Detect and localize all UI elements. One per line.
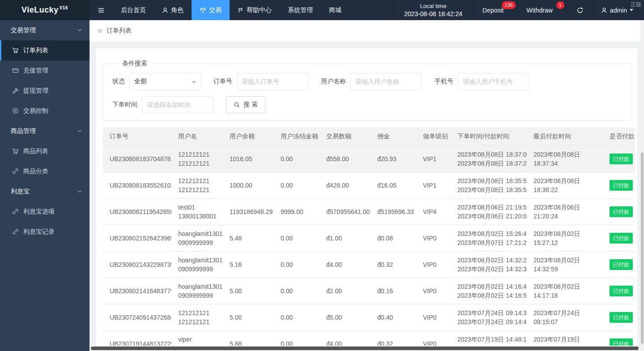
sidebar-item-withdraw-mgmt[interactable]: 提现管理: [0, 81, 90, 101]
group-label: 利息宝: [11, 188, 30, 196]
paid-badge[interactable]: 已付款: [610, 233, 633, 244]
withdraw-button[interactable]: Withdraw 1: [518, 0, 567, 20]
phone-input[interactable]: [458, 73, 529, 90]
cell-balance: 5.00: [223, 278, 274, 304]
nav-item-help[interactable]: 帮助中心: [230, 0, 280, 20]
sidebar-item-trade-control[interactable]: 交易控制: [0, 101, 90, 121]
username-line: hoanglamit1301: [178, 229, 216, 238]
paid-badge[interactable]: 已付款: [610, 312, 633, 323]
group-label: 交易管理: [11, 26, 36, 34]
cell-order-time: 2023年08月02日 15:26:42 2023年08月07日 17:21:2…: [451, 225, 527, 252]
cell-order-no: UB2308021416483779: [103, 278, 171, 304]
target-icon: [12, 107, 19, 114]
status-select[interactable]: 全部: [129, 73, 201, 90]
deposit-label: Deposit: [482, 7, 503, 14]
table-header: 是否付款: [603, 128, 635, 146]
sidebar-item-label: 提现管理: [23, 87, 48, 95]
cell-paid-status: 已付款: [603, 172, 635, 199]
sidebar-group-product-mgmt[interactable]: 商品管理: [0, 121, 90, 141]
cell-paid-status: 已付款: [603, 199, 635, 225]
vertical-scrollbar-thumb[interactable]: [641, 152, 644, 344]
table-row: UB2307240914372684 121212121 121212121 5…: [103, 304, 635, 331]
link-icon: [12, 208, 19, 215]
link-icon: [12, 228, 19, 235]
refresh-button[interactable]: [567, 0, 594, 20]
nav-item-home[interactable]: 后台首页: [113, 0, 154, 20]
sidebar-group-interest[interactable]: 利息宝: [0, 181, 90, 201]
cell-order-time: 2023年07月24日 09:14:37 2023年07月24日 09:14:4…: [451, 304, 527, 331]
sidebar-item-interest-records[interactable]: 利息宝记录: [0, 222, 90, 242]
paid-badge[interactable]: 已付款: [610, 259, 633, 270]
username-label: 用户名称: [321, 77, 346, 86]
nav-item-mall[interactable]: 商城: [321, 0, 350, 20]
cell-username: test01 13800138001: [171, 199, 223, 225]
nav-item-trade[interactable]: 交易: [192, 0, 230, 20]
order-no-input[interactable]: [237, 73, 308, 90]
cell-order-time: 2023年08月02日 14:32:29 2023年08月02日 14:32:3…: [451, 252, 527, 278]
order-time-input[interactable]: [142, 96, 213, 113]
main-area: 订单列表 条件搜索 状态 全部 订单号 用户名称: [90, 20, 644, 351]
cart-icon: [12, 148, 19, 154]
username-line: test01: [178, 203, 216, 212]
horizontal-scrollbar[interactable]: [90, 346, 644, 351]
cell-level: VIP0: [416, 252, 451, 278]
order-time-line: 2023年08月02日 14:16:48: [457, 282, 520, 291]
cell-commission: đ0.40: [371, 304, 416, 331]
nav-item-system[interactable]: 系统管理: [280, 0, 321, 20]
order-time-line: 2023年07月19日 14:48:13: [457, 335, 520, 344]
nav-item-roles[interactable]: 角色: [154, 0, 192, 20]
cell-paid-status: 已付款: [603, 304, 635, 331]
cell-last-pay-time: 2023年08月08日 18:37:34: [527, 146, 603, 172]
watermark: 正版: [631, 1, 641, 9]
cell-last-pay-time: 2023年08月02日 15:27:12: [527, 225, 603, 252]
order-time-line: 2023年08月08日 18:37:04: [457, 150, 520, 159]
search-panel: 条件搜索 状态 全部 订单号 用户名称 手: [103, 60, 631, 121]
sidebar-item-product-list[interactable]: 商品列表: [0, 141, 90, 161]
sidebar-item-label: 商品分类: [23, 167, 48, 176]
username-input[interactable]: [350, 73, 422, 90]
cell-balance: 1193186948.29: [223, 199, 274, 225]
sidebar-item-recharge-mgmt[interactable]: 充值管理: [0, 60, 90, 81]
cell-level: VIP0: [416, 278, 451, 304]
horizontal-scrollbar-thumb[interactable]: [91, 347, 639, 350]
order-time-line: 2023年07月24日 09:14:37: [457, 308, 520, 317]
cell-frozen: 0.00: [274, 172, 320, 199]
refresh-icon: [576, 7, 584, 14]
nav-label: 后台首页: [121, 6, 146, 14]
cell-level: VIP0: [416, 225, 451, 252]
search-button[interactable]: 搜 索: [226, 96, 265, 113]
paid-badge[interactable]: 已付款: [610, 154, 633, 164]
cell-order-no: UB2307240914372684: [103, 304, 171, 331]
local-time-value: 2023-08-08 18:42:24: [404, 10, 462, 18]
cell-balance: 1016.05: [223, 146, 274, 172]
table-header: 用户名: [171, 128, 223, 146]
search-row-2: 下单时间 搜 索: [112, 96, 621, 113]
username-line: hoanglamit1301: [178, 282, 216, 291]
username-line: 121212121: [178, 308, 216, 317]
vertical-scrollbar[interactable]: [640, 20, 644, 346]
cell-username: hoanglamit1301 0909999999: [171, 225, 223, 252]
sidebar: 交易管理 订单列表 充值管理 提现管理 交易控制 商品管理 商品列表 商品分类 …: [0, 20, 90, 351]
cell-paid-status: 已付款: [603, 252, 635, 278]
paid-badge[interactable]: 已付款: [610, 286, 633, 296]
phone-label: 手机号: [435, 77, 453, 86]
cell-paid-status: 已付款: [603, 225, 635, 252]
sidebar-item-interest-options[interactable]: 利息宝选项: [0, 201, 90, 222]
paid-badge[interactable]: 已付款: [610, 180, 633, 191]
cell-trade-amount: đ428.00: [320, 172, 371, 199]
sidebar-item-product-category[interactable]: 商品分类: [0, 161, 90, 181]
sidebar-group-trade-mgmt[interactable]: 交易管理: [0, 20, 90, 40]
hamburger-icon[interactable]: [90, 0, 113, 20]
sidebar-item-order-list[interactable]: 订单列表: [0, 40, 90, 60]
paid-badge[interactable]: 已付款: [610, 206, 633, 217]
deposit-button[interactable]: Deposit 136: [473, 0, 517, 20]
phone-line: 0909999999: [178, 291, 216, 300]
phone-line: 121212121: [178, 159, 216, 168]
withdraw-label: Withdraw: [527, 7, 553, 14]
order-time-line: 2023年08月08日 18:35:52: [457, 176, 520, 185]
local-time-label: Local time: [420, 3, 446, 10]
order-time-line: 2023年08月06日 21:19:54: [457, 203, 520, 212]
username-line: 121212121: [178, 176, 216, 185]
logo-text: VieLucky: [21, 5, 59, 15]
search-icon: [234, 102, 240, 108]
